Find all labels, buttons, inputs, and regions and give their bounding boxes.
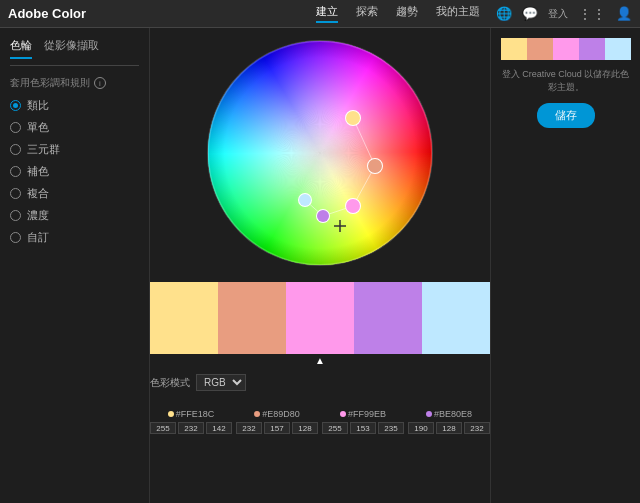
- tab-image[interactable]: 從影像擷取: [44, 38, 99, 59]
- app-logo: Adobe Color: [8, 6, 86, 21]
- info-icon[interactable]: i: [94, 77, 106, 89]
- rule-item-complementary[interactable]: 補色: [10, 164, 139, 179]
- header-icons: 🌐 💬 登入 ⋮⋮ 👤: [496, 6, 632, 22]
- color-hex-2: #FF99EB: [348, 409, 386, 419]
- color-wheel-container: [205, 38, 435, 268]
- mini-swatch-1: [527, 38, 553, 60]
- color-channels-2: 255153235: [322, 422, 404, 434]
- cc-login-text: 登入 Creative Cloud 以儲存此色彩主題。: [501, 68, 630, 93]
- channel-g-0[interactable]: 232: [178, 422, 204, 434]
- main-nav: 建立 探索 趨勢 我的主題: [316, 4, 480, 23]
- color-hex-1: #E89D80: [262, 409, 300, 419]
- color-dot-2: [340, 411, 346, 417]
- rule-item-monochromatic[interactable]: 單色: [10, 120, 139, 135]
- channel-b-1[interactable]: 128: [292, 422, 318, 434]
- color-hex-3: #BE80E8: [434, 409, 472, 419]
- rule-item-analogous[interactable]: 類比: [10, 98, 139, 113]
- radio-triadic: [10, 144, 21, 155]
- mini-swatch-3: [579, 38, 605, 60]
- color-info-row: #FFE18C255232142#E89D80232157128#FF99EB2…: [150, 409, 490, 434]
- color-mode-select[interactable]: RGB: [196, 374, 246, 391]
- color-info-3: #BE80E8190128232: [408, 409, 490, 434]
- color-channels-1: 232157128: [236, 422, 318, 434]
- radio-complementary: [10, 166, 21, 177]
- color-channels-0: 255232142: [150, 422, 232, 434]
- channel-g-1[interactable]: 157: [264, 422, 290, 434]
- radio-compound: [10, 188, 21, 199]
- swatches-row: [150, 282, 490, 354]
- tab-wheel[interactable]: 色輪: [10, 38, 32, 59]
- nav-my-themes[interactable]: 我的主題: [436, 4, 480, 23]
- color-dot-0: [168, 411, 174, 417]
- color-hex-0: #FFE18C: [176, 409, 215, 419]
- login-link[interactable]: 登入: [548, 7, 568, 21]
- swatch-3[interactable]: [354, 282, 422, 354]
- color-dot-1: [254, 411, 260, 417]
- color-info-2: #FF99EB255153235: [322, 409, 404, 434]
- user-icon[interactable]: 👤: [616, 6, 632, 21]
- mini-swatch-2: [553, 38, 579, 60]
- rule-label-monochromatic: 單色: [27, 120, 49, 135]
- nav-build[interactable]: 建立: [316, 4, 338, 23]
- channel-b-3[interactable]: 232: [464, 422, 490, 434]
- swatch-0[interactable]: [150, 282, 218, 354]
- rule-label-complementary: 補色: [27, 164, 49, 179]
- color-info-0: #FFE18C255232142: [150, 409, 232, 434]
- channel-g-3[interactable]: 128: [436, 422, 462, 434]
- color-dot-3: [426, 411, 432, 417]
- color-mode-label: 色彩模式: [150, 376, 190, 390]
- channel-r-1[interactable]: 232: [236, 422, 262, 434]
- color-channels-3: 190128232: [408, 422, 490, 434]
- globe-icon[interactable]: 🌐: [496, 6, 512, 21]
- nav-trends[interactable]: 趨勢: [396, 4, 418, 23]
- app-header: Adobe Color 建立 探索 趨勢 我的主題 🌐 💬 登入 ⋮⋮ 👤: [0, 0, 640, 28]
- harmony-rules: 類比單色三元群補色複合濃度自訂: [10, 98, 139, 245]
- main-content: 色輪 從影像擷取 套用色彩調和規則 i 類比單色三元群補色複合濃度自訂 色彩模式…: [0, 28, 640, 503]
- right-panel: 登入 Creative Cloud 以儲存此色彩主題。 儲存: [490, 28, 640, 503]
- save-button[interactable]: 儲存: [537, 103, 595, 128]
- channel-b-2[interactable]: 235: [378, 422, 404, 434]
- rule-item-custom[interactable]: 自訂: [10, 230, 139, 245]
- color-wheel[interactable]: [205, 38, 435, 268]
- rule-item-shades[interactable]: 濃度: [10, 208, 139, 223]
- radio-custom: [10, 232, 21, 243]
- rule-item-triadic[interactable]: 三元群: [10, 142, 139, 157]
- radio-analogous: [10, 100, 21, 111]
- channel-r-0[interactable]: 255: [150, 422, 176, 434]
- rule-label-triadic: 三元群: [27, 142, 60, 157]
- harmony-rule-label: 套用色彩調和規則 i: [10, 76, 139, 90]
- rule-label-analogous: 類比: [27, 98, 49, 113]
- center-panel: 色彩模式 RGB #FFE18C255232142#E89D8023215712…: [150, 28, 490, 503]
- swatch-4[interactable]: [422, 282, 490, 354]
- mini-swatch-4: [605, 38, 631, 60]
- radio-shades: [10, 210, 21, 221]
- channel-r-2[interactable]: 255: [322, 422, 348, 434]
- channel-g-2[interactable]: 153: [350, 422, 376, 434]
- swatch-2[interactable]: [286, 282, 354, 354]
- mini-swatch-0: [501, 38, 527, 60]
- rule-item-compound[interactable]: 複合: [10, 186, 139, 201]
- panel-tabs: 色輪 從影像擷取: [10, 38, 139, 66]
- channel-b-0[interactable]: 142: [206, 422, 232, 434]
- radio-monochromatic: [10, 122, 21, 133]
- nav-explore[interactable]: 探索: [356, 4, 378, 23]
- chat-icon[interactable]: 💬: [522, 6, 538, 21]
- rule-label-custom: 自訂: [27, 230, 49, 245]
- color-info-1: #E89D80232157128: [236, 409, 318, 434]
- mini-swatches: [501, 38, 631, 60]
- rule-label-compound: 複合: [27, 186, 49, 201]
- rule-label-shades: 濃度: [27, 208, 49, 223]
- swatch-1[interactable]: [218, 282, 286, 354]
- apps-icon[interactable]: ⋮⋮: [578, 6, 606, 22]
- left-panel: 色輪 從影像擷取 套用色彩調和規則 i 類比單色三元群補色複合濃度自訂: [0, 28, 150, 503]
- channel-r-3[interactable]: 190: [408, 422, 434, 434]
